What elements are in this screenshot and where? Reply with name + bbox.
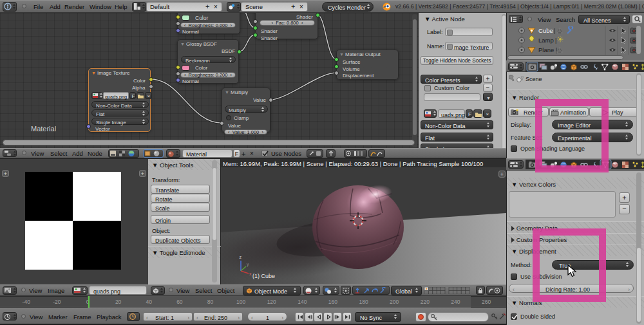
svg-text:Plane: Plane [538,46,554,53]
svg-text:|: | [554,27,555,34]
svg-text:Lamp: Lamp [538,37,554,44]
svg-text:|: | [555,37,556,44]
svg-text:Cube: Cube [538,27,553,34]
svg-text:x: x [249,272,252,276]
svg-text:z: z [240,255,242,259]
svg-text:y: y [247,262,249,267]
